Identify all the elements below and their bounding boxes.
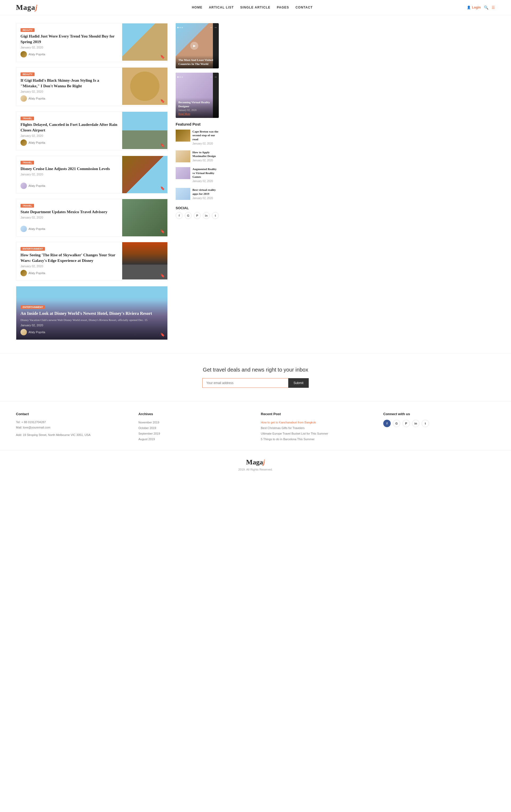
social-title: SOCIAL bbox=[176, 206, 219, 210]
featured-post-thumb bbox=[176, 167, 190, 179]
articles-column: Beauty Gigi Hadid Just Wore Every Trend … bbox=[16, 23, 168, 345]
bookmark-icon[interactable]: 🔖 bbox=[160, 99, 165, 103]
slider-dot bbox=[181, 77, 183, 78]
article-date: January 02, 2020 bbox=[21, 324, 163, 327]
slider-dots bbox=[177, 77, 183, 78]
article-title[interactable]: An Inside Look at Disney World's Newest … bbox=[21, 311, 163, 316]
linkedin-icon[interactable]: in bbox=[203, 212, 210, 219]
slider-read-more-link[interactable]: Read More bbox=[178, 112, 216, 115]
nav-icons: 👤 Login 🔍 ☰ bbox=[467, 5, 495, 9]
category-tag[interactable]: Entertainment bbox=[21, 305, 45, 309]
recent-post-link[interactable]: Best Christmas Gifts for Travelers bbox=[261, 425, 373, 431]
article-title[interactable]: Flights Delayed, Canceled in Fort Lauder… bbox=[21, 122, 118, 133]
archive-link[interactable]: November 2019 bbox=[138, 420, 250, 425]
category-tag[interactable]: Travel bbox=[21, 161, 34, 165]
login-link[interactable]: 👤 Login bbox=[467, 6, 481, 9]
bookmark-icon[interactable]: 🔖 bbox=[160, 273, 165, 278]
recent-post-link[interactable]: Ultimate Europe Travel Bucket List for T… bbox=[261, 431, 373, 436]
bookmark-icon[interactable]: 🔖 bbox=[160, 143, 165, 147]
featured-post-title[interactable]: How to Apply Maximalist Design bbox=[192, 150, 219, 158]
slider-next-button[interactable]: → bbox=[214, 75, 217, 79]
bookmark-icon[interactable]: 🔖 bbox=[160, 186, 165, 191]
slider-dot bbox=[179, 27, 181, 28]
footer-archives-title: Archives bbox=[138, 412, 250, 416]
recent-post-link[interactable]: 5 Things to do in Barcelona This Summer bbox=[261, 436, 373, 442]
author-avatar bbox=[21, 270, 27, 276]
archive-link[interactable]: August 2019 bbox=[138, 436, 250, 442]
article-date: January 02, 2020 bbox=[21, 265, 118, 268]
article-body: Entertainment How Seeing 'The Rise of Sk… bbox=[16, 242, 122, 281]
slider-date: January 02, 2020 bbox=[178, 109, 216, 112]
slider-dot bbox=[181, 27, 183, 28]
nav-home[interactable]: HOME bbox=[192, 6, 202, 9]
search-button[interactable]: 🔍 bbox=[484, 5, 488, 9]
featured-post-info: Best virtual reality apps for 2019 Janua… bbox=[192, 188, 219, 202]
featured-post-info: How to Apply Maximalist Design January 0… bbox=[192, 150, 219, 164]
footer-google-icon[interactable]: G bbox=[393, 420, 400, 427]
article-title[interactable]: Disney Cruise Line Adjusts 2021 Commissi… bbox=[21, 166, 118, 172]
play-button[interactable]: ▶ bbox=[190, 42, 198, 50]
footer-copyright: 2019. All Rights Reserved. bbox=[16, 468, 495, 471]
category-tag[interactable]: Entertainment bbox=[21, 247, 45, 251]
article-title[interactable]: How Seeing 'The Rise of Skywalker' Chang… bbox=[21, 252, 118, 263]
footer-contact-title: Contact bbox=[16, 412, 128, 416]
featured-post-date: January 02, 2020 bbox=[192, 180, 219, 182]
newsletter-section: Get travel deals and news right to your … bbox=[0, 353, 511, 401]
footer-facebook-icon[interactable]: f bbox=[383, 420, 391, 427]
featured-post-title[interactable]: Best virtual reality apps for 2019 bbox=[192, 188, 219, 196]
newsletter-email-input[interactable] bbox=[202, 378, 288, 388]
bookmark-icon[interactable]: 🔖 bbox=[160, 55, 165, 59]
social-section: SOCIAL f G P in t bbox=[176, 206, 219, 219]
featured-post-title[interactable]: Augmented Reality vs Virtual Reality Gam… bbox=[192, 167, 219, 179]
article-card: Beauty If Gigi Hadid's Black Skinny-Jean… bbox=[16, 67, 168, 106]
archive-link[interactable]: September 2019 bbox=[138, 431, 250, 436]
featured-post-title[interactable]: Cape Breton was the second stop of our r… bbox=[192, 129, 219, 141]
category-tag[interactable]: Travel bbox=[21, 117, 34, 120]
footer-linkedin-icon[interactable]: in bbox=[412, 420, 420, 427]
logo[interactable]: Magaj bbox=[16, 3, 37, 12]
article-author: Afaty Poprita bbox=[21, 51, 118, 57]
article-card: Beauty Gigi Hadid Just Wore Every Trend … bbox=[16, 23, 168, 62]
author-name: Afaty Poprita bbox=[28, 97, 45, 100]
footer-recent-posts-title: Recent Post bbox=[261, 412, 373, 416]
slider-overlay: Becoming Virtual Reality Designer Januar… bbox=[176, 98, 219, 118]
archive-link[interactable]: October 2019 bbox=[138, 425, 250, 431]
featured-post-thumb bbox=[176, 150, 190, 162]
slider-prev-button[interactable]: ← bbox=[210, 26, 213, 29]
twitter-icon[interactable]: t bbox=[212, 212, 219, 219]
facebook-icon[interactable]: f bbox=[176, 212, 182, 219]
featured-posts-title: Featured Post bbox=[176, 122, 219, 126]
google-icon[interactable]: G bbox=[185, 212, 192, 219]
menu-button[interactable]: ☰ bbox=[491, 5, 495, 9]
footer-pinterest-icon[interactable]: P bbox=[402, 420, 410, 427]
footer-logo: Magaj bbox=[16, 458, 495, 466]
category-tag[interactable]: Beauty bbox=[21, 28, 35, 32]
featured-post-date: January 02, 2020 bbox=[192, 197, 219, 200]
bookmark-icon[interactable]: 🔖 bbox=[160, 229, 165, 234]
footer-twitter-icon[interactable]: t bbox=[422, 420, 429, 427]
category-tag[interactable]: Travel bbox=[21, 204, 34, 208]
pinterest-icon[interactable]: P bbox=[194, 212, 201, 219]
article-title[interactable]: Gigi Hadid Just Wore Every Trend You Sho… bbox=[21, 33, 118, 45]
article-author: Afaty Poprita bbox=[21, 226, 118, 232]
featured-post-date: January 02, 2020 bbox=[192, 159, 219, 162]
slider-prev-button[interactable]: ← bbox=[210, 75, 213, 79]
category-tag[interactable]: Beauty bbox=[21, 72, 35, 76]
author-name: Afaty Poprita bbox=[28, 184, 45, 187]
article-title[interactable]: If Gigi Hadid's Black Skinny-Jean Stylin… bbox=[21, 78, 118, 89]
nav-pages[interactable]: PAGES bbox=[277, 6, 289, 9]
recent-post-link[interactable]: How to get to Kanchanaburi from Bangkok bbox=[261, 420, 373, 425]
article-title[interactable]: State Department Updates Mexico Travel A… bbox=[21, 209, 118, 215]
article-card-wide: Entertainment An Inside Look at Disney W… bbox=[16, 286, 168, 340]
article-date: January 02, 2020 bbox=[21, 46, 118, 49]
slider-next-button[interactable]: → bbox=[214, 26, 217, 29]
newsletter-submit-button[interactable]: Submit bbox=[288, 378, 309, 388]
article-author: Afaty Poprita bbox=[21, 329, 163, 335]
featured-post-item: Best virtual reality apps for 2019 Janua… bbox=[176, 188, 219, 202]
nav-links: HOME ARTICAL LIST SINGLE ARTICLE PAGES C… bbox=[192, 6, 313, 9]
slider-title: The Most And Least Visited Countries In … bbox=[178, 58, 216, 66]
nav-contact[interactable]: CONTACT bbox=[295, 6, 313, 9]
bookmark-icon[interactable]: 🔖 bbox=[160, 332, 165, 337]
nav-single-article[interactable]: SINGLE ARTICLE bbox=[240, 6, 271, 9]
nav-article-list[interactable]: ARTICAL LIST bbox=[209, 6, 234, 9]
